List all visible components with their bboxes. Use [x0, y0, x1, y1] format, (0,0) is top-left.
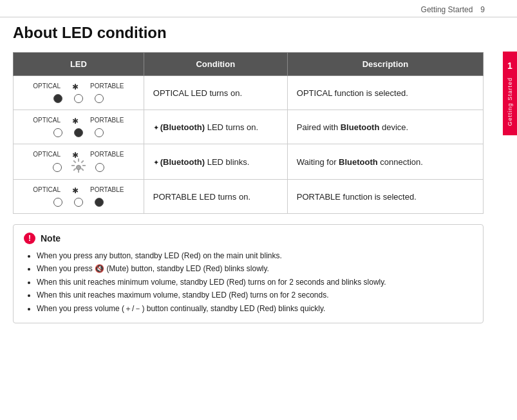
- dot-empty: [74, 94, 83, 103]
- note-list: When you press any button, standby LED (…: [24, 249, 473, 315]
- sidebar-tab: 1 Getting Started: [503, 52, 517, 135]
- note-header: ! Note: [24, 233, 473, 244]
- led-table: LED Condition Description OPTICAL✱PORTAB…: [13, 52, 484, 214]
- dot-empty: [95, 128, 104, 137]
- note-item: When this unit reaches maximum volume, s…: [37, 289, 473, 301]
- note-item: When you press volume (＋/－) button conti…: [37, 302, 473, 315]
- note-item: When you press any button, standby LED (…: [37, 249, 473, 262]
- dot-empty: [74, 198, 83, 207]
- dot-empty: [53, 128, 62, 137]
- description-cell-0: OPTICAL function is selected.: [287, 76, 483, 110]
- dot-blink: [73, 162, 84, 173]
- note-icon: !: [24, 233, 35, 244]
- dot-empty: [53, 163, 62, 172]
- note-title: Note: [41, 233, 61, 243]
- condition-cell-2: ✦(Bluetooth) LED blinks.: [144, 144, 287, 180]
- dot-filled: [53, 94, 62, 103]
- col-header-condition: Condition: [144, 53, 287, 76]
- page-number: 9: [480, 5, 485, 14]
- col-header-description: Description: [287, 53, 483, 76]
- note-item: When you press 🔇 (Mute) button, standby …: [37, 262, 473, 275]
- sidebar-tab-label: Getting Started: [507, 77, 513, 126]
- led-cell-2: OPTICAL✱PORTABLE: [14, 144, 144, 180]
- page-header: Getting Started 9: [0, 0, 517, 17]
- led-cell-3: OPTICAL✱PORTABLE: [14, 180, 144, 214]
- dot-empty: [95, 94, 104, 103]
- col-header-led: LED: [14, 53, 144, 76]
- dot-empty: [53, 198, 62, 207]
- dot-filled: [95, 198, 104, 207]
- page-title: About LED condition: [13, 24, 484, 42]
- condition-cell-3: PORTABLE LED turns on.: [144, 180, 287, 214]
- description-cell-3: PORTABLE function is selected.: [287, 180, 483, 214]
- led-cell-0: OPTICAL✱PORTABLE: [14, 76, 144, 110]
- dot-filled: [74, 128, 83, 137]
- note-item: When this unit reaches minimum volume, s…: [37, 276, 473, 289]
- description-cell-2: Waiting for Bluetooth connection.: [287, 144, 483, 180]
- led-cell-1: OPTICAL✱PORTABLE: [14, 110, 144, 144]
- main-content: About LED condition LED Condition Descri…: [0, 17, 503, 336]
- note-section: ! Note When you press any button, standb…: [13, 224, 484, 323]
- description-cell-1: Paired with Bluetooth device.: [287, 110, 483, 144]
- sidebar-tab-number: 1: [507, 61, 512, 71]
- dot-empty: [95, 163, 104, 172]
- section-label: Getting Started: [421, 5, 473, 14]
- condition-cell-0: OPTICAL LED turns on.: [144, 76, 287, 110]
- condition-cell-1: ✦(Bluetooth) LED turns on.: [144, 110, 287, 144]
